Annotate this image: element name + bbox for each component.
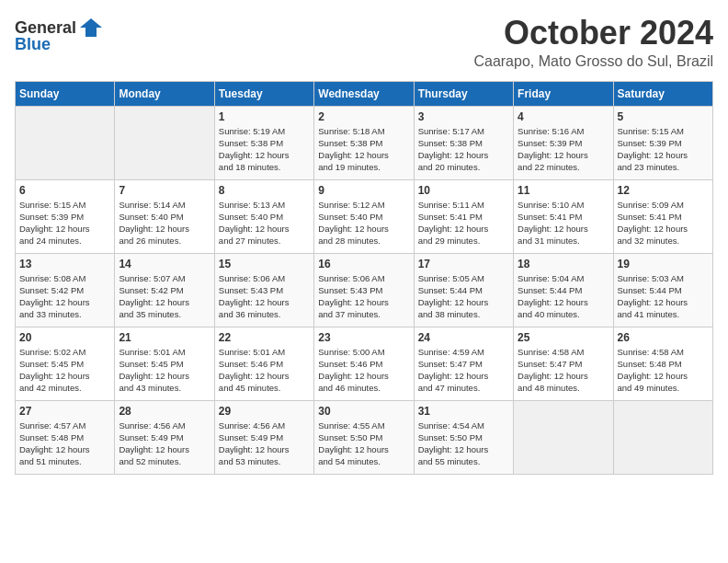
weekday-header: Friday [514,81,613,106]
calendar-cell [16,106,115,179]
day-number: 15 [219,258,310,270]
calendar-cell: 30Sunrise: 4:55 AM Sunset: 5:50 PM Dayli… [314,400,414,474]
day-number: 20 [19,331,110,344]
day-info: Sunrise: 5:00 AM Sunset: 5:46 PM Dayligh… [318,346,409,395]
calendar-cell: 9Sunrise: 5:12 AM Sunset: 5:40 PM Daylig… [314,179,414,253]
day-info: Sunrise: 5:03 AM Sunset: 5:44 PM Dayligh… [618,272,709,321]
calendar-cell [115,106,214,179]
calendar-week-row: 13Sunrise: 5:08 AM Sunset: 5:42 PM Dayli… [16,253,713,327]
day-number: 27 [19,405,110,418]
calendar-cell [514,400,613,474]
day-info: Sunrise: 5:08 AM Sunset: 5:42 PM Dayligh… [19,272,110,321]
calendar-week-row: 20Sunrise: 5:02 AM Sunset: 5:45 PM Dayli… [16,327,713,400]
day-info: Sunrise: 5:07 AM Sunset: 5:42 PM Dayligh… [119,272,210,321]
day-number: 5 [618,110,709,123]
day-number: 29 [219,405,310,418]
day-info: Sunrise: 5:10 AM Sunset: 5:41 PM Dayligh… [518,199,609,247]
calendar-cell: 20Sunrise: 5:02 AM Sunset: 5:45 PM Dayli… [16,327,115,400]
day-number: 12 [618,184,709,197]
day-number: 23 [318,331,409,344]
day-info: Sunrise: 4:58 AM Sunset: 5:48 PM Dayligh… [618,346,709,395]
day-info: Sunrise: 4:57 AM Sunset: 5:48 PM Dayligh… [19,419,110,468]
day-number: 25 [518,331,609,344]
calendar-cell: 23Sunrise: 5:00 AM Sunset: 5:46 PM Dayli… [314,327,414,400]
calendar-cell: 16Sunrise: 5:06 AM Sunset: 5:43 PM Dayli… [314,253,414,327]
day-info: Sunrise: 5:19 AM Sunset: 5:38 PM Dayligh… [219,125,310,174]
location-title: Caarapo, Mato Grosso do Sul, Brazil [473,53,713,70]
calendar-cell: 28Sunrise: 4:56 AM Sunset: 5:49 PM Dayli… [115,400,214,474]
day-info: Sunrise: 5:12 AM Sunset: 5:40 PM Dayligh… [318,199,409,247]
day-number: 21 [119,331,210,344]
calendar-week-row: 27Sunrise: 4:57 AM Sunset: 5:48 PM Dayli… [16,400,713,474]
day-number: 3 [418,110,509,123]
calendar-cell: 24Sunrise: 4:59 AM Sunset: 5:47 PM Dayli… [414,327,513,400]
svg-marker-0 [80,18,102,37]
calendar-cell: 21Sunrise: 5:01 AM Sunset: 5:45 PM Dayli… [115,327,214,400]
weekday-header-row: SundayMondayTuesdayWednesdayThursdayFrid… [16,81,713,106]
day-info: Sunrise: 5:18 AM Sunset: 5:38 PM Dayligh… [318,125,409,174]
calendar-cell: 25Sunrise: 4:58 AM Sunset: 5:47 PM Dayli… [514,327,613,400]
day-info: Sunrise: 5:09 AM Sunset: 5:41 PM Dayligh… [618,199,709,247]
day-number: 18 [518,258,609,270]
calendar-cell: 22Sunrise: 5:01 AM Sunset: 5:46 PM Dayli… [214,327,313,400]
calendar-cell: 7Sunrise: 5:14 AM Sunset: 5:40 PM Daylig… [115,179,214,253]
month-title: October 2024 [473,15,713,52]
calendar-table: SundayMondayTuesdayWednesdayThursdayFrid… [15,81,713,475]
logo-icon [78,15,104,40]
day-info: Sunrise: 5:06 AM Sunset: 5:43 PM Dayligh… [318,272,409,321]
day-number: 4 [518,110,609,123]
day-info: Sunrise: 5:17 AM Sunset: 5:38 PM Dayligh… [418,125,509,174]
calendar-cell: 29Sunrise: 4:56 AM Sunset: 5:49 PM Dayli… [214,400,313,474]
calendar-cell: 12Sunrise: 5:09 AM Sunset: 5:41 PM Dayli… [613,179,712,253]
day-info: Sunrise: 5:16 AM Sunset: 5:39 PM Dayligh… [518,125,609,174]
day-info: Sunrise: 5:05 AM Sunset: 5:44 PM Dayligh… [418,272,509,321]
calendar-cell [613,400,712,474]
day-number: 2 [318,110,409,123]
day-info: Sunrise: 5:02 AM Sunset: 5:45 PM Dayligh… [19,346,110,395]
calendar-week-row: 1Sunrise: 5:19 AM Sunset: 5:38 PM Daylig… [16,106,713,179]
calendar-cell: 18Sunrise: 5:04 AM Sunset: 5:44 PM Dayli… [514,253,613,327]
weekday-header: Monday [115,81,214,106]
weekday-header: Thursday [414,81,513,106]
day-number: 6 [19,184,110,197]
day-info: Sunrise: 5:11 AM Sunset: 5:41 PM Dayligh… [418,199,509,247]
day-number: 17 [418,258,509,270]
day-info: Sunrise: 4:56 AM Sunset: 5:49 PM Dayligh… [119,419,210,468]
day-number: 26 [618,331,709,344]
calendar-cell: 13Sunrise: 5:08 AM Sunset: 5:42 PM Dayli… [16,253,115,327]
day-info: Sunrise: 5:14 AM Sunset: 5:40 PM Dayligh… [119,199,210,247]
day-number: 24 [418,331,509,344]
day-info: Sunrise: 4:59 AM Sunset: 5:47 PM Dayligh… [418,346,509,395]
calendar-cell: 11Sunrise: 5:10 AM Sunset: 5:41 PM Dayli… [514,179,613,253]
day-number: 30 [318,405,409,418]
day-number: 14 [119,258,210,270]
calendar-cell: 27Sunrise: 4:57 AM Sunset: 5:48 PM Dayli… [16,400,115,474]
day-number: 28 [119,405,210,418]
day-info: Sunrise: 5:15 AM Sunset: 5:39 PM Dayligh… [19,199,110,247]
day-info: Sunrise: 5:01 AM Sunset: 5:46 PM Dayligh… [219,346,310,395]
calendar-cell: 4Sunrise: 5:16 AM Sunset: 5:39 PM Daylig… [514,106,613,179]
day-number: 16 [318,258,409,270]
calendar-cell: 15Sunrise: 5:06 AM Sunset: 5:43 PM Dayli… [214,253,313,327]
day-number: 31 [418,405,509,418]
day-info: Sunrise: 4:56 AM Sunset: 5:49 PM Dayligh… [219,419,310,468]
calendar-cell: 19Sunrise: 5:03 AM Sunset: 5:44 PM Dayli… [613,253,712,327]
day-number: 11 [518,184,609,197]
calendar-cell: 3Sunrise: 5:17 AM Sunset: 5:38 PM Daylig… [414,106,513,179]
calendar-cell: 10Sunrise: 5:11 AM Sunset: 5:41 PM Dayli… [414,179,513,253]
day-number: 19 [618,258,709,270]
calendar-cell: 17Sunrise: 5:05 AM Sunset: 5:44 PM Dayli… [414,253,513,327]
day-number: 13 [19,258,110,270]
calendar-cell: 8Sunrise: 5:13 AM Sunset: 5:40 PM Daylig… [214,179,313,253]
weekday-header: Wednesday [314,81,414,106]
day-number: 7 [119,184,210,197]
day-number: 22 [219,331,310,344]
weekday-header: Tuesday [214,81,313,106]
day-number: 1 [219,110,310,123]
calendar-cell: 5Sunrise: 5:15 AM Sunset: 5:39 PM Daylig… [613,106,712,179]
day-info: Sunrise: 5:06 AM Sunset: 5:43 PM Dayligh… [219,272,310,321]
day-info: Sunrise: 4:54 AM Sunset: 5:50 PM Dayligh… [418,419,509,468]
day-number: 8 [219,184,310,197]
day-info: Sunrise: 4:58 AM Sunset: 5:47 PM Dayligh… [518,346,609,395]
calendar-cell: 1Sunrise: 5:19 AM Sunset: 5:38 PM Daylig… [214,106,313,179]
